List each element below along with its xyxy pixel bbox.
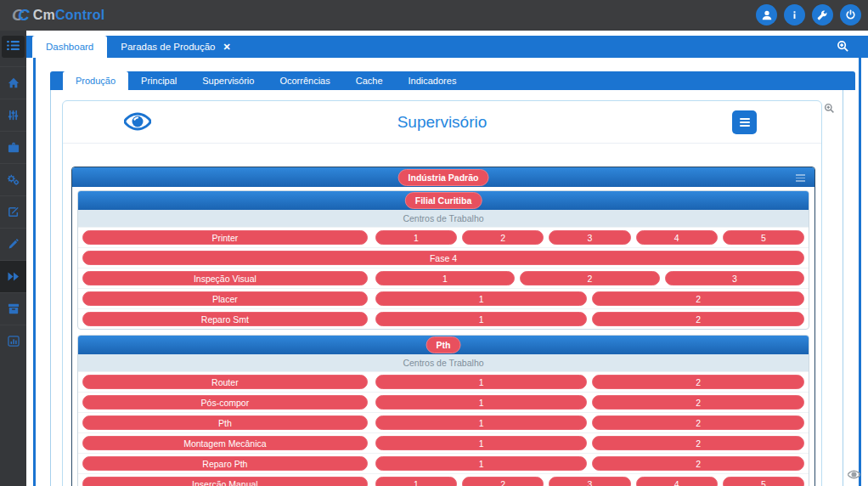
tab-content-wrapper: ProduçãoPrincipalSupervisórioOcorrências… bbox=[33, 58, 861, 486]
section-header-bar: Pth bbox=[78, 336, 809, 354]
sidebar-item-edit[interactable] bbox=[0, 195, 26, 228]
work-center-pill[interactable]: Inserção Manual bbox=[82, 477, 368, 486]
subtab-producao[interactable]: Produção bbox=[63, 71, 128, 90]
app-logo: C C Cm Control bbox=[12, 6, 104, 25]
station-pill[interactable]: 1 bbox=[375, 395, 588, 410]
power-button[interactable] bbox=[840, 4, 861, 25]
panel-header: Supervisório bbox=[63, 101, 821, 144]
subtab-indicadores[interactable]: Indicadores bbox=[396, 71, 470, 90]
station-cells: 12345 bbox=[375, 230, 804, 245]
sidebar-item-sliders[interactable] bbox=[0, 99, 26, 131]
sidebar-toggle-button[interactable] bbox=[2, 36, 25, 58]
bar-chart-icon bbox=[8, 336, 20, 347]
work-center-row: Reparo Pth12 bbox=[78, 453, 809, 473]
station-pill[interactable]: 3 bbox=[549, 477, 630, 486]
station-pill[interactable]: 1 bbox=[375, 456, 588, 471]
station-pill[interactable]: 2 bbox=[462, 477, 544, 486]
work-center-row: Fase 4 bbox=[78, 247, 809, 268]
station-pill[interactable]: 1 bbox=[375, 436, 588, 450]
sidebar-item-briefcase[interactable] bbox=[0, 131, 26, 163]
station-pill[interactable]: 1 bbox=[375, 375, 588, 389]
sub-tab-content: Supervisório Indústria Padrão Filial Cur… bbox=[50, 90, 843, 486]
station-pill[interactable]: 5 bbox=[723, 477, 804, 486]
station-cells: 12 bbox=[375, 291, 804, 306]
sidebar-item-fast-forward[interactable] bbox=[0, 260, 26, 292]
station-cells: 12 bbox=[375, 415, 804, 430]
station-pill[interactable]: 1 bbox=[375, 291, 588, 306]
work-center-pill[interactable]: Reparo Smt bbox=[82, 312, 368, 326]
sidebar-item-archive[interactable] bbox=[0, 292, 26, 325]
station-pill[interactable]: 2 bbox=[592, 312, 804, 326]
edit-icon bbox=[8, 206, 20, 218]
station-pill[interactable]: 2 bbox=[592, 456, 804, 471]
section-badge[interactable]: Pth bbox=[426, 336, 461, 353]
supervisorio-panel: Supervisório Indústria Padrão Filial Cur… bbox=[62, 100, 822, 486]
station-pill[interactable]: 3 bbox=[665, 271, 804, 285]
work-center-pill[interactable]: Pth bbox=[82, 415, 368, 430]
station-pill[interactable]: 2 bbox=[592, 436, 804, 450]
home-icon bbox=[8, 77, 20, 88]
fast-forward-icon bbox=[7, 271, 20, 282]
pencil-icon bbox=[8, 239, 19, 250]
sidebar-item-bar-chart[interactable] bbox=[0, 325, 26, 357]
station-pill[interactable]: 1 bbox=[375, 415, 588, 430]
sidebar-item-pencil[interactable] bbox=[0, 228, 26, 260]
work-center-pill[interactable]: Pós-compor bbox=[82, 395, 368, 410]
work-center-pill[interactable]: Inspeção Visual bbox=[82, 271, 368, 285]
zoom-in-icon[interactable] bbox=[837, 40, 849, 56]
sidebar-item-gears[interactable] bbox=[0, 163, 26, 195]
station-pill[interactable]: 5 bbox=[723, 230, 804, 245]
hamburger-icon[interactable] bbox=[796, 174, 805, 182]
station-pill[interactable]: 4 bbox=[636, 230, 718, 245]
work-center-pill[interactable]: Placer bbox=[82, 291, 368, 306]
station-pill[interactable]: 2 bbox=[520, 271, 659, 285]
station-pill[interactable]: 1 bbox=[375, 477, 457, 486]
work-center-pill[interactable]: Router bbox=[82, 375, 368, 389]
work-center-row: Pós-compor12 bbox=[78, 392, 809, 412]
work-center-pill[interactable]: Montagem Mecânica bbox=[82, 436, 368, 450]
station-pill[interactable]: 1 bbox=[375, 312, 588, 326]
info-button[interactable] bbox=[784, 4, 805, 25]
zoom-in-icon[interactable] bbox=[824, 102, 835, 117]
user-button[interactable] bbox=[756, 4, 777, 25]
panel-menu-button[interactable] bbox=[732, 110, 757, 134]
sliders-icon bbox=[8, 110, 19, 121]
main-tab-bar: Dashboard Paradas de Produção ✕ bbox=[26, 36, 868, 58]
station-pill[interactable]: 3 bbox=[549, 230, 630, 245]
tab-dashboard[interactable]: Dashboard bbox=[32, 36, 107, 58]
subtab-ocorrencias[interactable]: Ocorrências bbox=[267, 71, 342, 90]
section-badge[interactable]: Filial Curitiba bbox=[405, 192, 482, 209]
station-pill[interactable]: 1 bbox=[375, 271, 515, 285]
sidebar-nav bbox=[0, 31, 26, 486]
station-cells: 12 bbox=[375, 395, 804, 410]
tab-paradas-de-producao[interactable]: Paradas de Produção ✕ bbox=[107, 36, 244, 58]
close-icon[interactable]: ✕ bbox=[223, 42, 231, 53]
station-pill[interactable]: 2 bbox=[462, 230, 544, 245]
subtab-principal[interactable]: Principal bbox=[128, 71, 189, 90]
station-cells: 123 bbox=[375, 271, 804, 285]
industry-badge[interactable]: Indústria Padrão bbox=[398, 169, 489, 186]
section-panel: Filial CuritibaCentros de TrabalhoPrinte… bbox=[77, 190, 809, 330]
work-center-pill[interactable]: Fase 4 bbox=[82, 251, 804, 265]
station-cells: 12 bbox=[375, 312, 804, 326]
subtab-cache[interactable]: Cache bbox=[343, 71, 396, 90]
section-panel: PthCentros de TrabalhoRouter12Pós-compor… bbox=[77, 335, 809, 486]
station-pill[interactable]: 2 bbox=[592, 375, 804, 389]
wrench-button[interactable] bbox=[812, 4, 833, 25]
work-center-row: Printer12345 bbox=[78, 227, 809, 247]
work-center-row: Router12 bbox=[78, 371, 809, 392]
logo-monogram-icon: C bbox=[18, 6, 30, 25]
station-pill[interactable]: 2 bbox=[592, 291, 804, 306]
eye-icon[interactable] bbox=[848, 467, 860, 483]
sub-tab-bar: ProduçãoPrincipalSupervisórioOcorrências… bbox=[50, 71, 855, 90]
gears-icon bbox=[7, 174, 20, 185]
work-center-pill[interactable]: Reparo Pth bbox=[82, 456, 368, 471]
station-pill[interactable]: 4 bbox=[636, 477, 718, 486]
station-pill[interactable]: 2 bbox=[592, 395, 804, 410]
work-center-pill[interactable]: Printer bbox=[82, 230, 368, 245]
subtab-supervisorio[interactable]: Supervisório bbox=[189, 71, 267, 90]
station-pill[interactable]: 1 bbox=[375, 230, 457, 245]
station-pill[interactable]: 2 bbox=[592, 415, 804, 430]
industry-panel: Indústria Padrão Filial CuritibaCentros … bbox=[71, 167, 815, 486]
sidebar-item-home[interactable] bbox=[0, 66, 26, 99]
